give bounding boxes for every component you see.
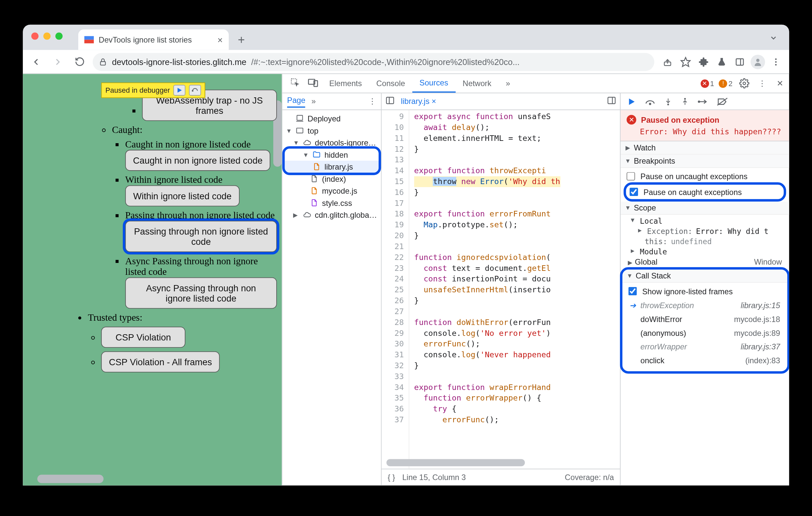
callstack-frame[interactable]: errorWrapperlibrary.js:37	[626, 340, 784, 354]
inspect-element-button[interactable]	[286, 74, 304, 91]
navigator-tab-page[interactable]: Page	[287, 95, 305, 107]
overlay-step-button[interactable]	[189, 85, 201, 96]
checkbox-pause-caught[interactable]: Pause on caught exceptions	[627, 185, 782, 199]
device-toolbar-button[interactable]	[304, 74, 322, 91]
tree-origin[interactable]: ▼devtools-ignore…	[282, 136, 381, 149]
line-gutter[interactable]: 9101112131415161718192021222324252627282…	[382, 110, 409, 469]
page-button-highlighted[interactable]: Passing through non ignore listed code	[125, 221, 277, 252]
section-watch[interactable]: ▶Watch	[620, 142, 789, 155]
window-controls	[31, 32, 63, 39]
callstack-frame[interactable]: (anonymous)mycode.js:89	[626, 326, 784, 340]
source-code[interactable]: export async function unsafeS await dela…	[409, 110, 560, 469]
tree-folder-hidden[interactable]: ▼hidden	[285, 149, 379, 160]
step-out-button[interactable]	[680, 97, 689, 106]
svg-point-10	[775, 64, 777, 65]
editor-tab[interactable]: library.js ×	[401, 97, 436, 106]
bookmark-button[interactable]	[677, 53, 694, 70]
step-over-button[interactable]	[645, 97, 656, 106]
svg-point-9	[775, 61, 777, 62]
address-bar[interactable]: devtools-ignore-list-stories.glitch.me/#…	[93, 53, 654, 71]
paused-reason: Paused on exception	[641, 115, 719, 124]
callstack-frame[interactable]: ➔throwExceptionlibrary.js:15	[626, 298, 784, 312]
tab-elements[interactable]: Elements	[322, 74, 369, 93]
labs-button[interactable]	[713, 53, 730, 70]
browser-tab[interactable]: DevTools ignore list stories ×	[78, 29, 229, 50]
tree-file-mycode[interactable]: mycode.js	[282, 185, 381, 196]
pretty-print-button[interactable]: { }	[387, 473, 395, 482]
checkbox-pause-uncaught[interactable]: Pause on uncaught exceptions	[624, 169, 786, 183]
svg-rect-2	[100, 61, 105, 65]
error-counter[interactable]: ✕1	[698, 74, 717, 93]
tree-deployed[interactable]: Deployed	[282, 113, 381, 124]
tab-overflow-button[interactable]: »	[498, 74, 517, 93]
lock-icon	[99, 57, 107, 66]
window-zoom-button[interactable]	[55, 32, 63, 39]
section-callstack[interactable]: ▼Call Stack	[622, 270, 788, 283]
scope-exception[interactable]: ▶Exception: Error: Why did t	[624, 226, 786, 237]
html-file-icon	[310, 174, 319, 183]
tab-console[interactable]: Console	[369, 74, 412, 93]
tree-file-library[interactable]: library.js	[285, 161, 379, 173]
extensions-button[interactable]	[695, 53, 712, 70]
svg-rect-0	[84, 36, 94, 39]
tab-sources[interactable]: Sources	[412, 74, 456, 93]
scope-module[interactable]: ▶Module	[624, 247, 786, 257]
new-tab-button[interactable]: +	[232, 31, 251, 49]
sources-navigator: Page » ⋮ Deployed ▼top ▼devtools-ignore……	[282, 93, 382, 486]
reload-button[interactable]	[71, 53, 88, 70]
toggle-navigator-button[interactable]	[385, 96, 395, 107]
back-button[interactable]	[28, 53, 45, 70]
page-button[interactable]: CSP Violation	[101, 327, 185, 348]
devtools-main-tabs: Elements Console Sources Network » ✕1 !2…	[282, 74, 789, 93]
paused-error-message: Error: Why did this happen????	[640, 127, 783, 136]
side-panel-button[interactable]	[731, 53, 748, 70]
tree-top[interactable]: ▼top	[282, 124, 381, 136]
tab-list-button[interactable]	[766, 31, 781, 45]
css-file-icon	[310, 198, 319, 208]
navigator-menu-button[interactable]: ⋮	[368, 97, 376, 106]
svg-rect-20	[386, 97, 394, 103]
source-editor: library.js × 910111213141516171819202122…	[382, 93, 620, 486]
page-button[interactable]: Async Passing through non ignore listed …	[125, 277, 277, 309]
checkbox-show-ignore-listed[interactable]: Show ignore-listed frames	[626, 284, 784, 299]
tab-network[interactable]: Network	[456, 74, 499, 93]
window-close-button[interactable]	[31, 32, 39, 39]
svg-point-16	[743, 82, 745, 85]
browser-toolbar: devtools-ignore-list-stories.glitch.me/#…	[23, 50, 789, 74]
toggle-debugger-button[interactable]	[607, 96, 616, 107]
section-scope[interactable]: ▼Scope	[620, 202, 789, 215]
callstack-frame[interactable]: onclick(index):83	[626, 354, 784, 367]
step-button[interactable]	[698, 97, 709, 106]
svg-point-8	[775, 58, 777, 60]
page-button[interactable]: CSP Violation - All frames	[101, 352, 220, 372]
resume-button[interactable]	[627, 97, 636, 106]
close-devtools-button[interactable]: ✕	[771, 74, 789, 93]
svg-rect-22	[608, 97, 615, 103]
profile-button[interactable]	[749, 53, 766, 70]
page-scrollbar-horizontal[interactable]	[37, 475, 104, 483]
deactivate-breakpoints-button[interactable]	[717, 97, 728, 106]
scope-global[interactable]: ▶ GlobalWindow	[624, 257, 786, 267]
overlay-resume-button[interactable]	[174, 85, 185, 96]
close-tab-button[interactable]: ×	[218, 35, 223, 45]
window-minimize-button[interactable]	[43, 32, 51, 39]
svg-point-12	[193, 90, 194, 91]
navigator-overflow-button[interactable]: »	[311, 97, 316, 106]
warning-counter[interactable]: !2	[717, 74, 735, 93]
tree-origin-cdn[interactable]: ▶cdn.glitch.globa…	[282, 209, 381, 221]
tree-file-index[interactable]: (index)	[282, 173, 381, 184]
page-button[interactable]: Within ignore listed code	[125, 185, 239, 207]
callstack-frame[interactable]: doWithErrormycode.js:18	[626, 312, 784, 326]
devtools-menu-button[interactable]: ⋮	[753, 74, 771, 93]
scope-local[interactable]: ▼Local	[624, 216, 786, 226]
paused-overlay-label: Paused in debugger	[105, 86, 170, 95]
settings-button[interactable]	[735, 74, 753, 93]
editor-scrollbar-horizontal[interactable]	[386, 459, 525, 466]
page-button[interactable]: Caught in non ignore listed code	[125, 150, 270, 171]
section-breakpoints[interactable]: ▼Breakpoints	[620, 155, 789, 168]
deployed-icon	[295, 114, 304, 123]
share-button[interactable]	[659, 53, 676, 70]
tree-file-style[interactable]: style.css	[282, 196, 381, 209]
step-into-button[interactable]	[664, 97, 672, 106]
chrome-menu-button[interactable]	[767, 53, 784, 70]
